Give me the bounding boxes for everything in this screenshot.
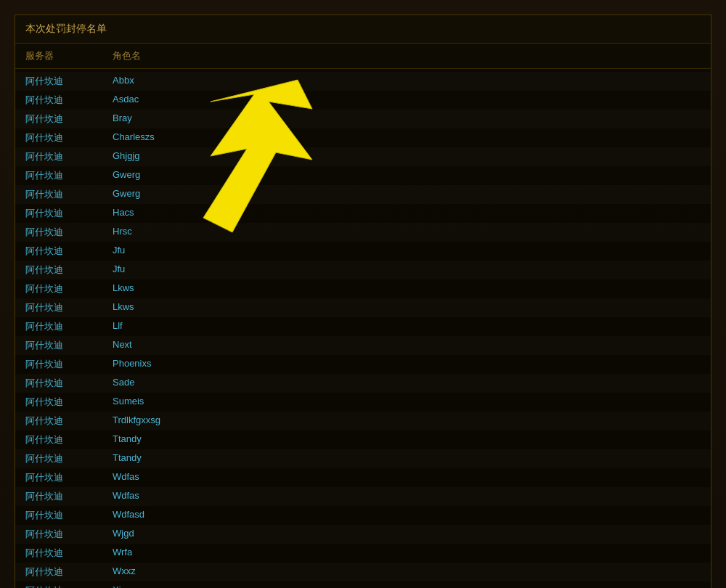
table-row: 阿什坎迪Jfu	[15, 242, 711, 261]
cell-server: 阿什坎迪	[25, 452, 113, 465]
cell-character: Xiaopao	[113, 584, 258, 588]
table-row: 阿什坎迪Sumeis	[15, 393, 711, 412]
table-row: 阿什坎迪Sade	[15, 374, 711, 393]
cell-server: 阿什坎迪	[25, 301, 113, 314]
cell-server: 阿什坎迪	[25, 471, 113, 484]
cell-server: 阿什坎迪	[25, 339, 113, 352]
cell-character: Ghjgjg	[113, 150, 258, 163]
table-row: 阿什坎迪Abbx	[15, 72, 711, 91]
cell-server: 阿什坎迪	[25, 528, 113, 541]
cell-character: Wjgd	[113, 528, 258, 541]
table-row: 阿什坎迪Lkws	[15, 279, 711, 298]
column-header-character: 角色名	[113, 49, 258, 62]
cell-server: 阿什坎迪	[25, 94, 113, 107]
cell-character: Phoenixs	[113, 358, 258, 371]
cell-character: Trdlkfgxxsg	[113, 415, 258, 428]
cell-server: 阿什坎迪	[25, 415, 113, 428]
cell-character: Wdfas	[113, 471, 258, 484]
table-row: 阿什坎迪Wrfa	[15, 544, 711, 563]
cell-character: Bray	[113, 113, 258, 126]
cell-character: Charleszs	[113, 131, 258, 144]
cell-server: 阿什坎迪	[25, 358, 113, 371]
cell-server: 阿什坎迪	[25, 490, 113, 503]
table-row: 阿什坎迪Ghjgjg	[15, 147, 711, 166]
cell-server: 阿什坎迪	[25, 584, 113, 588]
cell-server: 阿什坎迪	[25, 509, 113, 522]
cell-server: 阿什坎迪	[25, 131, 113, 144]
cell-server: 阿什坎迪	[25, 226, 113, 239]
cell-character: Wrfa	[113, 547, 258, 560]
table-row: 阿什坎迪Charleszs	[15, 128, 711, 147]
table-body: 阿什坎迪Abbx阿什坎迪Asdac阿什坎迪Bray阿什坎迪Charleszs阿什…	[15, 69, 711, 588]
cell-server: 阿什坎迪	[25, 188, 113, 201]
table-row: 阿什坎迪Wxxz	[15, 563, 711, 581]
table-row: 阿什坎迪Hacs	[15, 204, 711, 223]
cell-character: Sade	[113, 377, 258, 390]
cell-server: 阿什坎迪	[25, 377, 113, 390]
table-row: 阿什坎迪Ttandy	[15, 449, 711, 468]
cell-character: Jfu	[113, 264, 258, 277]
table-row: 阿什坎迪Jfu	[15, 261, 711, 279]
table-row: 阿什坎迪Asdac	[15, 91, 711, 110]
table-row: 阿什坎迪Llf	[15, 317, 711, 336]
table-row: 阿什坎迪Wjgd	[15, 525, 711, 544]
table-row: 阿什坎迪Bray	[15, 110, 711, 128]
table-row: 阿什坎迪Wdfas	[15, 468, 711, 487]
cell-character: Gwerg	[113, 188, 258, 201]
cell-character: Abbx	[113, 75, 258, 88]
cell-character: Lkws	[113, 282, 258, 295]
cell-character: Asdac	[113, 94, 258, 107]
cell-character: Wdfas	[113, 490, 258, 503]
cell-server: 阿什坎迪	[25, 207, 113, 220]
ban-list-panel: 本次处罚封停名单 服务器 角色名 阿什坎迪Abbx阿什坎迪Asdac阿什坎迪Br…	[15, 15, 711, 588]
cell-server: 阿什坎迪	[25, 245, 113, 258]
cell-server: 阿什坎迪	[25, 396, 113, 409]
table-row: 阿什坎迪Next	[15, 336, 711, 355]
table-row: 阿什坎迪Phoenixs	[15, 355, 711, 374]
cell-character: Jfu	[113, 245, 258, 258]
cell-character: Gwerg	[113, 169, 258, 182]
table-row: 阿什坎迪Wdfasd	[15, 506, 711, 525]
cell-server: 阿什坎迪	[25, 565, 113, 579]
table-row: 阿什坎迪Ttandy	[15, 430, 711, 449]
cell-server: 阿什坎迪	[25, 547, 113, 560]
table-row: 阿什坎迪Trdlkfgxxsg	[15, 412, 711, 430]
table-row: 阿什坎迪Gwerg	[15, 166, 711, 185]
cell-character: Wdfasd	[113, 509, 258, 522]
panel-title: 本次处罚封停名单	[15, 15, 711, 44]
table-header: 服务器 角色名	[15, 44, 711, 69]
cell-character: Hacs	[113, 207, 258, 220]
cell-character: Lkws	[113, 301, 258, 314]
cell-character: Next	[113, 339, 258, 352]
column-header-server: 服务器	[25, 49, 113, 62]
cell-character: Sumeis	[113, 396, 258, 409]
table-row: 阿什坎迪Lkws	[15, 298, 711, 317]
table-row: 阿什坎迪Gwerg	[15, 185, 711, 204]
cell-server: 阿什坎迪	[25, 113, 113, 126]
cell-character: Ttandy	[113, 433, 258, 446]
cell-character: Llf	[113, 320, 258, 333]
table-row: 阿什坎迪Xiaopao	[15, 581, 711, 588]
cell-server: 阿什坎迪	[25, 320, 113, 333]
cell-server: 阿什坎迪	[25, 169, 113, 182]
page-container: 本次处罚封停名单 服务器 角色名 阿什坎迪Abbx阿什坎迪Asdac阿什坎迪Br…	[0, 15, 726, 588]
cell-server: 阿什坎迪	[25, 75, 113, 88]
cell-server: 阿什坎迪	[25, 282, 113, 295]
table-row: 阿什坎迪Wdfas	[15, 487, 711, 506]
cell-server: 阿什坎迪	[25, 433, 113, 446]
table-row: 阿什坎迪Hrsc	[15, 223, 711, 242]
cell-character: Wxxz	[113, 565, 258, 579]
cell-character: Ttandy	[113, 452, 258, 465]
cell-server: 阿什坎迪	[25, 264, 113, 277]
cell-character: Hrsc	[113, 226, 258, 239]
cell-server: 阿什坎迪	[25, 150, 113, 163]
